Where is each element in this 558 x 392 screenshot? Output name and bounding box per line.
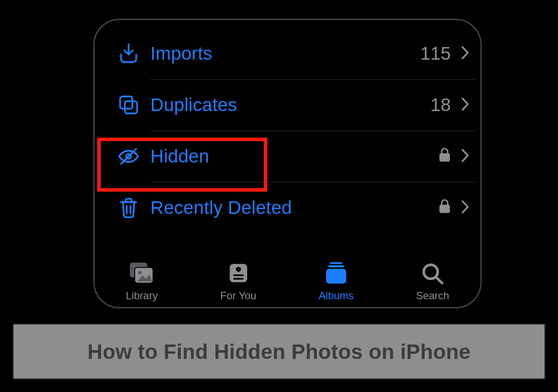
svg-rect-0 — [120, 97, 133, 109]
tab-library[interactable]: Library — [126, 260, 158, 302]
tab-bar: Library For You Albums — [95, 250, 480, 302]
chevron-right-icon — [461, 95, 469, 115]
row-right: 18 — [430, 95, 472, 115]
photos-albums-panel: Imports 115 Duplicates 18 — [93, 19, 482, 308]
svg-point-7 — [138, 271, 142, 274]
hidden-eye-icon — [107, 145, 150, 168]
duplicates-icon — [107, 94, 150, 116]
svg-rect-11 — [330, 262, 342, 264]
tab-albums[interactable]: Albums — [319, 260, 354, 302]
trash-icon — [107, 196, 150, 219]
svg-rect-9 — [233, 274, 244, 276]
row-count: 18 — [430, 95, 451, 115]
svg-rect-1 — [125, 101, 137, 113]
row-count: 115 — [420, 43, 451, 64]
chevron-right-icon — [461, 147, 469, 166]
tab-for-you[interactable]: For You — [220, 260, 256, 302]
row-hidden[interactable]: Hidden — [107, 131, 472, 182]
caption-text: How to Find Hidden Photos on iPhone — [88, 340, 471, 364]
tab-search[interactable]: Search — [416, 260, 449, 302]
row-right — [439, 198, 472, 218]
row-recently-deleted[interactable]: Recently Deleted — [107, 182, 472, 233]
row-right: 115 — [420, 43, 472, 64]
caption-bar: How to Find Hidden Photos on iPhone — [12, 323, 546, 380]
tab-label: For You — [220, 290, 256, 302]
utilities-list: Imports 115 Duplicates 18 — [103, 28, 472, 233]
row-right — [439, 147, 472, 166]
svg-rect-4 — [439, 205, 450, 213]
albums-icon — [321, 260, 351, 286]
lock-icon — [439, 147, 451, 166]
chevron-right-icon — [461, 198, 469, 218]
row-label: Imports — [150, 43, 212, 64]
row-label: Recently Deleted — [150, 197, 292, 218]
tab-label: Albums — [319, 290, 354, 302]
row-label: Duplicates — [150, 95, 237, 115]
svg-rect-10 — [233, 278, 244, 280]
search-icon — [417, 260, 448, 286]
chevron-right-icon — [461, 44, 469, 64]
svg-rect-3 — [439, 153, 450, 162]
svg-rect-12 — [328, 265, 344, 267]
row-duplicates[interactable]: Duplicates 18 — [107, 79, 472, 131]
row-imports[interactable]: Imports 115 — [107, 28, 472, 79]
tab-label: Search — [416, 290, 449, 302]
library-icon — [126, 260, 157, 286]
import-icon — [107, 42, 150, 65]
row-label: Hidden — [150, 146, 209, 167]
svg-rect-13 — [326, 269, 346, 284]
lock-icon — [439, 198, 451, 218]
tab-label: Library — [126, 290, 158, 302]
foryou-icon — [223, 260, 254, 286]
